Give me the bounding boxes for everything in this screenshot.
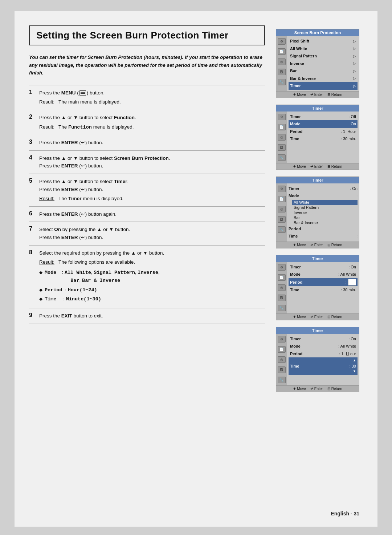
step-4-number: 4 — [29, 150, 39, 174]
panel1-icons: ⚙ 📄 ◎ 🖼 🔧 — [276, 36, 287, 91]
panel5-icon5: 🔧 — [278, 377, 286, 383]
panel5-rows: Timer : On Mode : All White Period : 1 H… — [287, 334, 359, 385]
panel1-icon5: 🔧 — [278, 79, 286, 85]
right-column: Screen Burn Protection ⚙ 📄 ◎ 🖼 🔧 Pixel S… — [276, 25, 363, 512]
step-1-content: Press the MENU () button. Result: The ma… — [39, 85, 265, 110]
panel1-row-bar: Bar ▷ — [290, 67, 356, 75]
panel5-footer: ✦ Move ↵ Enter ⊞ Return — [276, 385, 359, 392]
panel4-icon3: ◎ — [278, 284, 286, 291]
panel2-icon2: 📄 — [278, 124, 286, 130]
step-2-content: Press the ▲ or ▼ button to select Functi… — [39, 110, 265, 135]
step-6: 6 Press the ENTER (↵) button again. — [29, 206, 265, 222]
step-6-number: 6 — [29, 206, 39, 222]
panel3-rows: Timer : On Mode : All White Signal Patte… — [287, 183, 359, 242]
panel5-title: Timer — [276, 327, 359, 334]
panel2-icon1: ⚙ — [278, 114, 286, 120]
panel4-row-mode: Mode : All White — [290, 271, 356, 278]
period-value-box: 01 — [348, 279, 356, 286]
mode-dropdown: All White Signal Pattern Inverse Bar Bar… — [292, 200, 358, 225]
page-title: Setting the Screen Burn Protection Timer — [36, 30, 229, 41]
panel3-icon4: 🖼 — [278, 216, 286, 223]
step-8-number: 8 — [29, 245, 39, 308]
panel-screen-burn: Screen Burn Protection ⚙ 📄 ◎ 🖼 🔧 Pixel S… — [276, 29, 359, 98]
panel1-icon1: ⚙ — [278, 38, 286, 45]
panel1-row-pixel-shift: Pixel Shift ▷ — [290, 37, 356, 45]
page: Setting the Screen Burn Protection Timer… — [15, 11, 377, 527]
panel1-title: Screen Burn Protection — [276, 29, 359, 36]
step-9-content: Press the EXIT button to exit. — [39, 308, 265, 324]
panel3-icon1: ⚙ — [278, 186, 286, 192]
option-period: ◆Period : Hour(1~24) — [39, 286, 265, 294]
panel4-icon1: ⚙ — [278, 264, 286, 271]
panel3-title: Timer — [276, 177, 359, 183]
panel1-body: ⚙ 📄 ◎ 🖼 🔧 Pixel Shift ▷ All White ▷ — [276, 36, 359, 91]
panel3-body: ⚙ 📄 ◎ 🖼 🔧 Timer : On Mode : — [276, 183, 359, 242]
panel1-icon2: 📄 — [278, 48, 286, 55]
panel2-body: ⚙ 📄 ◎ 🖼 🔧 Timer : Off Mode On — [276, 112, 359, 163]
panel1-row-all-white: All White ▷ — [290, 45, 356, 53]
step-1-number: 1 — [29, 85, 39, 110]
step-1: 1 Press the MENU () button. Result: The … — [29, 85, 265, 110]
footer-text: English - 31 — [331, 511, 359, 516]
panel4-title: Timer — [276, 255, 359, 262]
step-9-number: 9 — [29, 308, 39, 324]
panel5-icons: ⚙ 📄 ◎ 🖼 🔧 — [276, 334, 287, 385]
step-3: 3 Press the ENTER (↵) button. — [29, 135, 265, 151]
step-2: 2 Press the ▲ or ▼ button to select Func… — [29, 110, 265, 135]
panel5-row-mode: Mode : All White — [290, 343, 356, 350]
panel2-row-time: Time : 30 min. — [290, 135, 356, 143]
step-8: 8 Select the required option by pressing… — [29, 245, 265, 308]
step-7-number: 7 — [29, 222, 39, 245]
step-5: 5 Press the ▲ or ▼ button to select Time… — [29, 174, 265, 206]
panel4-row-time: Time : 30 min. — [290, 286, 356, 294]
panel-timer-4: Timer ⚙ 📄 ◎ 🖼 🔧 Timer : On Mode — [276, 327, 359, 392]
dropdown-bar: Bar — [292, 215, 358, 220]
panel3-row-mode: Mode : — [289, 192, 358, 200]
panel3-icon3: ◎ — [278, 206, 286, 212]
dropdown-all-white: All White — [292, 200, 358, 205]
step-4: 4 Press the ▲ or ▼ button to select Scre… — [29, 150, 265, 174]
page-footer: English - 31 — [331, 511, 359, 516]
panel5-body: ⚙ 📄 ◎ 🖼 🔧 Timer : On Mode : All White — [276, 334, 359, 385]
panel5-icon4: 🖼 — [278, 366, 286, 373]
intro-paragraph: You can set the timer for Screen Burn Pr… — [29, 53, 265, 77]
panel3-icon2: 📄 — [278, 196, 286, 202]
panel2-row-period: Period : 1 Hour — [290, 128, 356, 135]
panel-timer-2: Timer ⚙ 📄 ◎ 🖼 🔧 Timer : On Mode — [276, 177, 359, 248]
option-mode: ◆Mode : All White, Signal Pattern, Inver… — [39, 268, 265, 285]
step-7: 7 Select On by pressing the ▲ or ▼ butto… — [29, 222, 265, 245]
panel5-row-timer: Timer : On — [290, 335, 356, 343]
panel4-body: ⚙ 📄 ◎ 🖼 🔧 Timer : On Mode : All White — [276, 262, 359, 313]
panel5-icon1: ⚙ — [278, 336, 286, 343]
dropdown-inverse: Inverse — [292, 210, 358, 215]
panel3-row-period: Period — [289, 225, 358, 233]
panel1-icon4: 🖼 — [278, 69, 286, 75]
panel3-footer: ✦ Move ↵ Enter ⊞ Return — [276, 242, 359, 248]
step-5-content: Press the ▲ or ▼ button to select Timer.… — [39, 174, 265, 206]
panel4-icon4: 🖼 — [278, 295, 286, 301]
step-4-content: Press the ▲ or ▼ button to select Screen… — [39, 150, 265, 174]
step-8-content: Select the required option by pressing t… — [39, 245, 265, 308]
panel4-icon2: 📄 — [278, 274, 286, 281]
panel2-icon4: 🖼 — [278, 144, 286, 151]
panel5-icon2: 📄 — [278, 346, 286, 353]
panel1-row-inverse: Inverse ▷ — [290, 60, 356, 68]
panel2-rows: Timer : Off Mode On Period : 1 Hour Time… — [287, 112, 359, 163]
panel3-icons: ⚙ 📄 ◎ 🖼 🔧 — [276, 183, 287, 242]
panel2-icon3: ◎ — [278, 134, 286, 141]
panel1-row-signal-pattern: Signal Pattern ▷ — [290, 52, 356, 60]
panel5-icon3: ◎ — [278, 356, 286, 363]
panel1-icon3: ◎ — [278, 58, 286, 65]
step-7-content: Select On by pressing the ▲ or ▼ button.… — [39, 222, 265, 245]
step-9: 9 Press the EXIT button to exit. — [29, 308, 265, 324]
step-6-content: Press the ENTER (↵) button again. — [39, 206, 265, 222]
options-list: ◆Mode : All White, Signal Pattern, Inver… — [39, 268, 265, 303]
panel1-row-timer: Timer ▷ — [289, 82, 358, 90]
step-3-number: 3 — [29, 135, 39, 151]
panel-timer-1: Timer ⚙ 📄 ◎ 🖼 🔧 Timer : Off Mode — [276, 105, 359, 170]
step-3-content: Press the ENTER (↵) button. — [39, 135, 265, 151]
option-time: ◆Time : Minute(1~30) — [39, 295, 265, 303]
panel4-row-timer: Timer : On — [290, 263, 356, 271]
step-2-number: 2 — [29, 110, 39, 135]
dropdown-bar-inverse: Bar & Inverse — [292, 220, 358, 225]
